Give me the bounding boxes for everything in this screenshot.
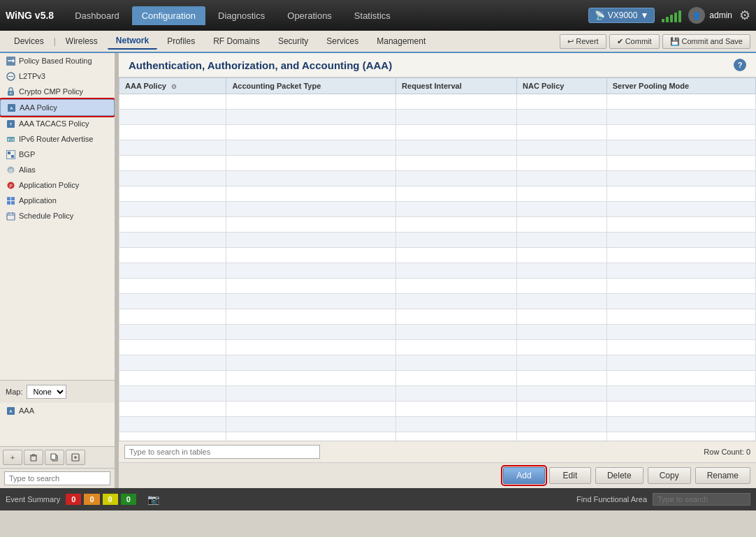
table-row: [119, 233, 756, 248]
nav-services[interactable]: Services: [318, 34, 367, 49]
sidebar-item-application[interactable]: Application: [0, 193, 115, 208]
help-icon[interactable]: ?: [734, 59, 746, 71]
map-dropdown[interactable]: None: [27, 385, 66, 399]
sidebar-add-icon[interactable]: +: [3, 450, 22, 465]
admin-label: admin: [709, 10, 732, 20]
map-area: Map: None: [0, 380, 115, 403]
table-row: [119, 140, 756, 156]
table-row: [119, 263, 756, 279]
chevron-down-icon: ▼: [640, 10, 648, 20]
nav-operations[interactable]: Operations: [277, 6, 342, 25]
map-item-aaa[interactable]: A AAA: [0, 403, 115, 418]
svg-rect-22: [7, 201, 10, 205]
crypto-icon: [6, 87, 15, 96]
table-row: [119, 110, 756, 125]
add-button[interactable]: Add: [503, 467, 545, 484]
sidebar-copy-icon[interactable]: [45, 450, 64, 465]
table-row: [119, 279, 756, 294]
page-title: Authentication, Authorization, and Accou…: [129, 59, 392, 71]
sidebar-bottom: +: [0, 446, 115, 468]
map-item-aaa-label: AAA: [19, 406, 34, 415]
find-input[interactable]: [653, 493, 750, 506]
top-right-area: 📡 VX9000 ▼ 👤 admin ⚙: [588, 7, 750, 24]
nav-devices[interactable]: Devices: [6, 34, 52, 49]
tacacs-icon: T: [6, 119, 15, 128]
col-accounting-type[interactable]: Accounting Packet Type: [226, 78, 396, 94]
svg-rect-14: [8, 152, 10, 154]
commit-button[interactable]: ✔ Commit: [609, 34, 660, 49]
badge-ok: 0: [121, 494, 136, 505]
table-row: [119, 355, 756, 371]
svg-rect-21: [11, 197, 15, 200]
sidebar-expand-icon[interactable]: [66, 450, 85, 465]
badge-minor: 0: [103, 494, 118, 505]
bgp-icon: [6, 149, 15, 159]
event-summary-label: Event Summary: [6, 495, 60, 503]
sidebar-item-schedule[interactable]: Schedule Policy: [0, 208, 115, 223]
table-row: [119, 125, 756, 140]
sidebar-label-application: Application: [19, 196, 57, 205]
sidebar-label-ipv6: IPv6 Router Advertise: [19, 135, 93, 143]
sidebar-item-apppolicy[interactable]: P Application Policy: [0, 177, 115, 193]
rename-button[interactable]: Rename: [695, 467, 750, 484]
sidebar-item-crypto[interactable]: Crypto CMP Policy: [0, 84, 115, 99]
svg-rect-15: [11, 155, 14, 158]
col-request-interval[interactable]: Request Interval: [396, 78, 517, 94]
sidebar-label-tacacs: AAA TACACS Policy: [19, 119, 89, 128]
nav-dashboard[interactable]: Dashboard: [65, 6, 129, 25]
copy-button[interactable]: Copy: [648, 467, 691, 484]
nav-network[interactable]: Network: [108, 33, 157, 50]
table-search-input[interactable]: [124, 445, 320, 459]
table-body: [119, 94, 756, 441]
alias-icon: @: [6, 165, 15, 175]
sidebar-item-bgp[interactable]: BGP: [0, 147, 115, 162]
sidebar-item-tacacs[interactable]: T AAA TACACS Policy: [0, 116, 115, 131]
save-icon: 💾: [670, 37, 680, 46]
sidebar-label-pbr: Policy Based Routing: [19, 57, 92, 65]
sidebar-search-input[interactable]: [4, 471, 110, 485]
camera-icon: 📷: [147, 494, 159, 505]
nav-statistics[interactable]: Statistics: [344, 6, 400, 25]
revert-icon: ↩: [567, 37, 574, 46]
nav-diagnostics[interactable]: Diagnostics: [208, 6, 275, 25]
sidebar-item-l2tp[interactable]: L2TPv3: [0, 68, 115, 84]
admin-area: 👤 admin: [688, 7, 732, 24]
sidebar-delete-icon[interactable]: [24, 450, 43, 465]
signal-bar-4: [674, 13, 677, 22]
nav-configuration[interactable]: Configuration: [132, 6, 205, 25]
svg-text:A: A: [9, 409, 13, 413]
table-row: [119, 156, 756, 171]
svg-rect-30: [31, 456, 36, 461]
device-selector[interactable]: 📡 VX9000 ▼: [588, 8, 655, 23]
nav-rf-domains[interactable]: RF Domains: [205, 34, 268, 49]
map-label: Map:: [6, 388, 22, 396]
aaa-table: AAA Policy ⊙ Accounting Packet Type Requ…: [119, 78, 756, 441]
edit-button[interactable]: Edit: [549, 467, 591, 484]
nav-wireless[interactable]: Wireless: [57, 34, 106, 49]
sidebar-item-ipv6[interactable]: IPv6 IPv6 Router Advertise: [0, 131, 115, 147]
sort-icon: ⊙: [171, 83, 177, 90]
table-row: [119, 417, 756, 432]
table-row: [119, 325, 756, 340]
row-count-display: Row Count: 0: [704, 448, 750, 456]
sidebar-item-pbr[interactable]: Policy Based Routing: [0, 53, 115, 68]
svg-point-6: [10, 92, 11, 94]
main-layout: Policy Based Routing L2TPv3 Crypto CMP P…: [0, 53, 756, 488]
sidebar-item-alias[interactable]: @ Alias: [0, 162, 115, 177]
commit-save-button[interactable]: 💾 Commit and Save: [662, 34, 750, 49]
nav-security[interactable]: Security: [270, 34, 317, 49]
delete-button[interactable]: Delete: [595, 467, 644, 484]
revert-button[interactable]: ↩ Revert: [560, 34, 606, 49]
table-container: AAA Policy ⊙ Accounting Packet Type Requ…: [119, 78, 756, 441]
table-header-row: AAA Policy ⊙ Accounting Packet Type Requ…: [119, 78, 756, 94]
col-aaa-policy[interactable]: AAA Policy ⊙: [119, 78, 226, 94]
col-server-pooling[interactable]: Server Pooling Mode: [606, 78, 755, 94]
col-nac-policy[interactable]: NAC Policy: [517, 78, 607, 94]
status-right: Find Functional Area: [576, 493, 750, 506]
sidebar-item-aaa[interactable]: A AAA Policy: [0, 99, 115, 116]
settings-icon[interactable]: ⚙: [739, 8, 750, 23]
sidebar-scroll: Policy Based Routing L2TPv3 Crypto CMP P…: [0, 53, 115, 380]
nav-management[interactable]: Management: [368, 34, 434, 49]
nav-profiles[interactable]: Profiles: [159, 34, 203, 49]
svg-text:A: A: [10, 106, 13, 110]
